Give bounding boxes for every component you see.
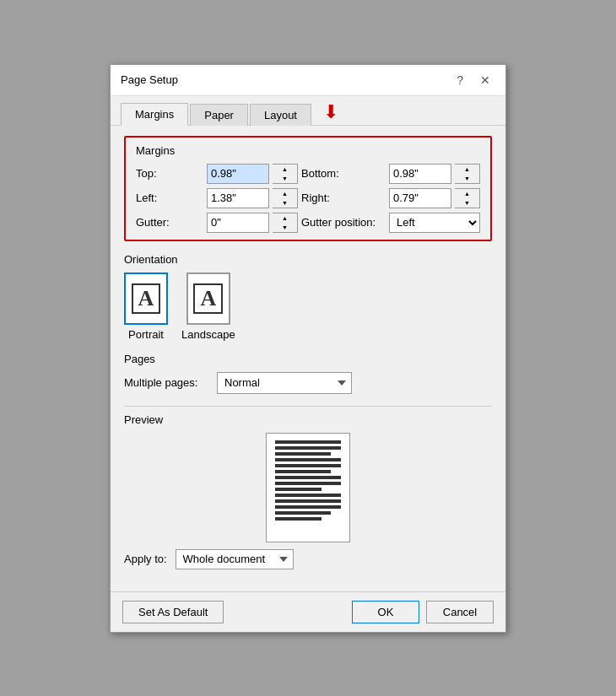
- page-setup-dialog: Page Setup ? ✕ Margins Paper Layout ⬇ Ma…: [110, 64, 506, 633]
- tab-margins[interactable]: Margins: [121, 103, 188, 126]
- left-spin-down[interactable]: ▼: [273, 198, 297, 208]
- orientation-label: Orientation: [124, 253, 492, 266]
- preview-line-10: [275, 494, 341, 497]
- portrait-label: Portrait: [128, 328, 164, 341]
- pages-label: Pages: [124, 353, 492, 365]
- gutter-input[interactable]: [207, 213, 269, 233]
- right-input[interactable]: [389, 188, 451, 208]
- gutter-spin: ▲ ▼: [273, 213, 298, 233]
- pages-section: Pages Multiple pages: Normal Mirror marg…: [124, 353, 492, 394]
- preview-line-8: [275, 482, 341, 485]
- help-button[interactable]: ?: [451, 72, 468, 89]
- top-spin: ▲ ▼: [273, 164, 298, 184]
- pages-row: Multiple pages: Normal Mirror margins 2 …: [124, 372, 492, 394]
- right-spin-down[interactable]: ▼: [455, 198, 479, 208]
- divider: [124, 406, 492, 407]
- preview-line-12: [275, 505, 341, 509]
- preview-line-2: [275, 446, 341, 450]
- margins-fields-grid: Top: ▲ ▼ Bottom: ▲ ▼ Left: ▲ ▼: [136, 164, 480, 233]
- apply-to-label: Apply to:: [124, 553, 167, 565]
- preview-line-1: [275, 440, 341, 444]
- top-spin-down[interactable]: ▼: [273, 174, 297, 183]
- preview-line-7: [275, 476, 341, 479]
- set-as-default-button[interactable]: Set As Default: [122, 601, 224, 623]
- portrait-icon: A: [124, 272, 168, 325]
- landscape-button[interactable]: A Landscape: [181, 272, 235, 341]
- preview-line-6: [275, 470, 331, 473]
- ok-button[interactable]: OK: [352, 601, 419, 623]
- bottom-spin-up[interactable]: ▲: [455, 165, 479, 174]
- portrait-button[interactable]: A Portrait: [124, 272, 168, 341]
- right-spin-up[interactable]: ▲: [455, 189, 479, 198]
- preview-section: Preview Apply to:: [124, 413, 492, 569]
- tab-paper[interactable]: Paper: [190, 104, 248, 126]
- gutter-position-select[interactable]: Left Top: [389, 213, 480, 233]
- right-spin: ▲ ▼: [455, 188, 480, 208]
- preview-line-9: [275, 488, 322, 491]
- gutter-position-label: Gutter position:: [301, 216, 386, 229]
- preview-box: [266, 433, 350, 542]
- cancel-button[interactable]: Cancel: [426, 601, 494, 623]
- top-spin-up[interactable]: ▲: [273, 165, 297, 174]
- left-label: Left:: [136, 192, 203, 204]
- close-button[interactable]: ✕: [475, 72, 495, 89]
- orientation-buttons: A Portrait A Landscape: [124, 272, 492, 341]
- apply-to-select[interactable]: Whole document This point forward: [176, 549, 294, 569]
- preview-line-14: [275, 517, 322, 521]
- apply-to-row: Apply to: Whole document This point forw…: [124, 549, 492, 569]
- gutter-spin-up[interactable]: ▲: [273, 213, 297, 223]
- preview-line-4: [275, 458, 341, 461]
- dialog-title: Page Setup: [121, 73, 178, 86]
- orientation-section: Orientation A Portrait A Landscape: [124, 253, 492, 341]
- right-label: Right:: [301, 192, 386, 204]
- landscape-icon: A: [186, 272, 230, 325]
- preview-line-11: [275, 499, 341, 503]
- title-bar-controls: ? ✕: [451, 72, 495, 89]
- bottom-spin-down[interactable]: ▼: [455, 174, 479, 183]
- bottom-input[interactable]: [389, 164, 451, 184]
- left-input[interactable]: [207, 188, 269, 208]
- preview-line-3: [275, 452, 331, 456]
- tab-layout[interactable]: Layout: [250, 104, 311, 126]
- multiple-pages-select[interactable]: Normal Mirror margins 2 pages per sheet …: [217, 372, 352, 394]
- gutter-label: Gutter:: [136, 216, 203, 229]
- landscape-label: Landscape: [181, 328, 235, 341]
- margins-section-label: Margins: [136, 144, 480, 157]
- margins-section: Margins Top: ▲ ▼ Bottom: ▲ ▼ Left:: [124, 136, 492, 241]
- dialog-content: Margins Top: ▲ ▼ Bottom: ▲ ▼ Left:: [111, 126, 505, 591]
- bottom-spin: ▲ ▼: [455, 164, 480, 184]
- preview-line-13: [275, 511, 331, 515]
- title-bar: Page Setup ? ✕: [111, 65, 505, 96]
- multiple-pages-label: Multiple pages:: [124, 376, 208, 389]
- bottom-bar: Set As Default OK Cancel: [111, 591, 505, 632]
- red-arrow-icon: ⬇: [323, 103, 338, 121]
- top-label: Top:: [136, 167, 203, 180]
- tab-bar: Margins Paper Layout ⬇: [111, 96, 505, 126]
- gutter-spin-down[interactable]: ▼: [273, 223, 297, 232]
- down-arrow-indicator: ⬇: [323, 103, 338, 125]
- preview-label: Preview: [124, 413, 492, 426]
- bottom-label: Bottom:: [301, 167, 386, 180]
- top-input[interactable]: [207, 164, 269, 184]
- ok-cancel-group: OK Cancel: [352, 601, 494, 623]
- preview-line-5: [275, 464, 341, 467]
- left-spin-up[interactable]: ▲: [273, 189, 297, 198]
- left-spin: ▲ ▼: [273, 188, 298, 208]
